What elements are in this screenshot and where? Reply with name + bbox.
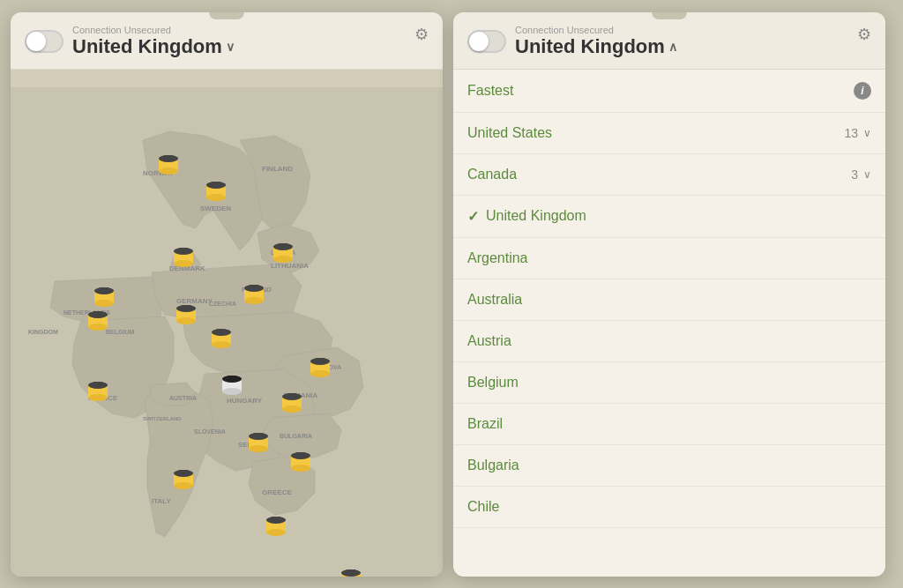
svg-text:ITALY: ITALY: [152, 497, 171, 505]
svg-point-79: [291, 452, 310, 459]
united-kingdom-label: United Kingdom: [486, 208, 871, 224]
svg-point-71: [282, 393, 302, 400]
svg-text:CZECHIA: CZECHIA: [209, 301, 236, 307]
svg-point-43: [94, 287, 114, 294]
vpn-toggle[interactable]: [25, 30, 63, 53]
list-item-australia[interactable]: Australia: [453, 279, 885, 321]
svg-point-72: [282, 406, 302, 413]
info-icon[interactable]: i: [854, 82, 871, 100]
gear-icon-right[interactable]: ⚙: [857, 25, 871, 44]
svg-point-28: [159, 167, 178, 175]
right-header: Connection Unsecured United Kingdom ∧ ⚙: [453, 12, 885, 70]
bulgaria-label: Bulgaria: [467, 458, 871, 473]
svg-text:KINGDOM: KINGDOM: [28, 329, 58, 335]
australia-label: Australia: [467, 292, 871, 308]
left-header: Connection Unsecured United Kingdom ∨ ⚙: [11, 12, 443, 70]
argentina-label: Argentina: [467, 250, 871, 266]
svg-point-75: [249, 433, 268, 440]
list-item-chile[interactable]: Chile: [453, 487, 885, 528]
list-item-fastest[interactable]: Fastest i: [453, 70, 885, 113]
svg-point-88: [88, 394, 108, 401]
svg-point-31: [206, 182, 226, 189]
svg-point-56: [244, 297, 264, 304]
expand-icon-us: ∨: [863, 127, 871, 139]
svg-point-63: [222, 376, 242, 383]
svg-point-55: [244, 285, 264, 292]
gear-icon[interactable]: ⚙: [414, 25, 429, 44]
canada-count: 3: [851, 167, 858, 182]
selected-country-right[interactable]: United Kingdom ∧: [515, 35, 871, 58]
svg-point-67: [310, 358, 330, 365]
united-states-label: United States: [467, 125, 844, 141]
svg-point-92: [266, 529, 286, 536]
list-item-bulgaria[interactable]: Bulgaria: [453, 445, 885, 487]
map-svg: NORWAY SWEDEN FINLAND LATVIA LITHUANIA D…: [11, 70, 443, 577]
list-item-canada[interactable]: Canada 3 ∨: [453, 154, 885, 196]
chile-label: Chile: [467, 499, 871, 515]
svg-text:BULGARIA: BULGARIA: [280, 433, 312, 439]
selected-country-left[interactable]: United Kingdom ∨: [72, 35, 429, 58]
svg-point-36: [273, 256, 293, 263]
canada-label: Canada: [467, 167, 851, 182]
expand-icon-ca: ∨: [863, 168, 871, 181]
left-panel-notch: [209, 12, 244, 19]
header-text: Connection Unsecured United Kingdom ∨: [72, 25, 429, 58]
chevron-down-icon: ∨: [226, 40, 235, 54]
svg-text:FINLAND: FINLAND: [262, 165, 293, 173]
list-item-united-states[interactable]: United States 13 ∨: [453, 113, 885, 154]
svg-point-35: [273, 243, 293, 250]
svg-text:GREECE: GREECE: [262, 488, 292, 496]
right-panel-notch: [652, 12, 687, 19]
toggle-knob-right: [469, 32, 489, 51]
main-container: Connection Unsecured United Kingdom ∨ ⚙: [11, 12, 892, 577]
brazil-label: Brazil: [467, 416, 871, 432]
connection-status-left: Connection Unsecured: [72, 25, 429, 35]
svg-text:SWEDEN: SWEDEN: [200, 205, 231, 212]
svg-point-60: [212, 341, 231, 348]
svg-point-32: [206, 194, 226, 201]
svg-text:AUSTRIA: AUSTRIA: [169, 395, 197, 401]
svg-point-64: [222, 388, 242, 395]
left-panel: Connection Unsecured United Kingdom ∨ ⚙: [11, 12, 443, 577]
svg-point-95: [341, 569, 361, 577]
svg-point-27: [159, 155, 178, 162]
svg-text:BELGIUM: BELGIUM: [106, 329, 134, 335]
right-panel: Connection Unsecured United Kingdom ∧ ⚙ …: [453, 12, 885, 577]
svg-point-48: [88, 324, 108, 331]
list-item-austria[interactable]: Austria: [453, 321, 885, 362]
map-area: NORWAY SWEDEN FINLAND LATVIA LITHUANIA D…: [11, 70, 443, 577]
header-text-right: Connection Unsecured United Kingdom ∧: [515, 25, 871, 58]
chevron-up-icon: ∧: [668, 40, 677, 54]
svg-point-39: [174, 248, 193, 255]
toggle-knob: [26, 32, 46, 51]
svg-text:HUNGARY: HUNGARY: [227, 397, 263, 405]
list-item-brazil[interactable]: Brazil: [453, 404, 885, 445]
svg-point-51: [176, 305, 196, 312]
svg-point-76: [249, 445, 268, 452]
svg-point-40: [174, 260, 193, 267]
svg-point-83: [174, 470, 193, 477]
svg-point-84: [174, 482, 193, 489]
united-states-count: 13: [844, 126, 858, 140]
svg-point-59: [212, 329, 231, 336]
austria-label: Austria: [467, 333, 871, 349]
svg-text:SLOVENIA: SLOVENIA: [194, 428, 226, 435]
svg-point-80: [291, 465, 310, 472]
fastest-label: Fastest: [467, 83, 854, 99]
list-item-belgium[interactable]: Belgium: [453, 362, 885, 404]
svg-point-47: [88, 311, 108, 318]
svg-text:LITHUANIA: LITHUANIA: [271, 262, 309, 270]
connection-status-right: Connection Unsecured: [515, 25, 871, 35]
checkmark-icon: ✓: [467, 208, 479, 225]
list-item-united-kingdom[interactable]: ✓ United Kingdom: [453, 196, 885, 238]
svg-point-91: [266, 517, 286, 524]
svg-text:GERMANY: GERMANY: [176, 297, 213, 305]
svg-point-87: [88, 382, 108, 389]
svg-point-68: [310, 370, 330, 377]
svg-point-52: [176, 317, 196, 324]
svg-point-44: [94, 300, 114, 307]
country-list: Fastest i United States 13 ∨ Canada 3 ∨ …: [453, 70, 885, 577]
belgium-label: Belgium: [467, 375, 871, 391]
list-item-argentina[interactable]: Argentina: [453, 238, 885, 279]
vpn-toggle-right[interactable]: [467, 30, 506, 53]
